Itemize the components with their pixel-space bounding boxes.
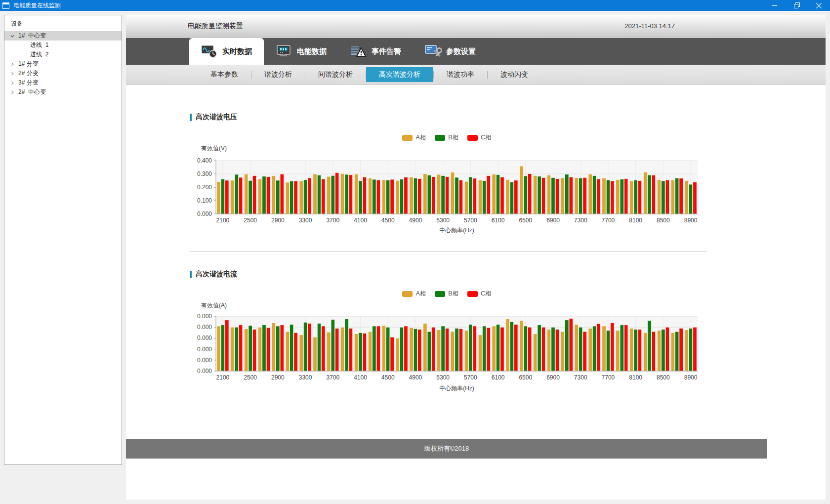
legend-swatch [435,291,445,297]
tree-item[interactable]: 1# 中心变 [4,31,122,41]
chevron-right-icon[interactable] [9,90,15,95]
svg-text:7700: 7700 [602,374,615,381]
legend-swatch [467,135,478,141]
chevron-right-icon[interactable] [9,71,15,76]
sub-tab-波动闪变[interactable]: 波动闪变 [488,67,541,82]
legend-item: B相 [435,133,458,142]
tree-child-item[interactable]: 进线 2 [4,50,122,59]
svg-text:5700: 5700 [464,217,477,224]
svg-text:8900: 8900 [684,217,698,224]
svg-text:4900: 4900 [409,217,422,224]
svg-text:8900: 8900 [684,374,698,381]
svg-text:6100: 6100 [492,217,505,224]
datetime-label: 2021-11-03 14:17 [624,22,675,30]
energy-data-icon [276,44,292,58]
tree-item[interactable]: 3# 分变 [4,78,122,87]
legend-label: C相 [481,133,492,142]
sub-tab-基本参数[interactable]: 基本参数 [198,67,251,82]
legend-label: A相 [415,133,426,142]
svg-text:6100: 6100 [492,374,505,381]
svg-text:3700: 3700 [326,217,339,224]
device-tree-panel: 设备 1# 中心变进线 1进线 21# 分变2# 分变3# 分变2# 中心变 [4,15,122,465]
chevron-right-icon[interactable] [9,62,15,67]
tree-item[interactable]: 2# 中心变 [4,87,122,97]
main-tab-label: 事件告警 [372,47,401,56]
sub-tab-谐波分析[interactable]: 谐波分析 [251,67,305,82]
window-titlebar: 电能质量在线监测 [0,0,830,11]
minimize-button[interactable] [763,0,786,11]
chevron-down-icon[interactable] [9,34,15,39]
svg-text:4500: 4500 [381,374,395,381]
svg-text:2900: 2900 [271,374,285,381]
svg-text:6900: 6900 [546,217,560,224]
close-button[interactable] [808,0,830,11]
svg-text:5300: 5300 [436,374,450,381]
svg-text:5700: 5700 [464,374,477,381]
legend-label: B相 [448,290,458,298]
tree-item-label: 2# 中心变 [18,88,46,96]
realtime-data-icon [201,44,218,58]
sub-tab-谐波功率[interactable]: 谐波功率 [434,67,487,82]
tree-item[interactable]: 2# 分变 [4,69,122,78]
main-tab-label: 参数设置 [446,47,476,56]
main-tab-事件告警[interactable]: 事件告警 [338,38,413,65]
device-name-title: 电能质量监测装置 [188,22,243,31]
svg-text:0.000: 0.000 [197,210,212,217]
current-y-axis-title: 有效值(A) [201,301,227,310]
tree-child-item[interactable]: 进线 1 [4,41,122,50]
main-tab-label: 电能数据 [297,47,327,56]
svg-text:4100: 4100 [354,374,367,381]
svg-text:8100: 8100 [629,217,642,224]
tree-item[interactable]: 1# 分变 [4,59,122,69]
legend-label: B相 [448,133,458,142]
sub-tab-高次谐波分析[interactable]: 高次谐波分析 [366,67,433,82]
svg-text:0.000: 0.000 [197,368,212,375]
footer-bar: 版权所有©2018 [126,439,767,459]
section-marker-icon [190,114,192,121]
svg-text:2500: 2500 [244,217,257,224]
svg-text:7700: 7700 [602,217,615,224]
main-area: 电能质量监测装置 2021-11-03 14:17 实时数据电能数据事件告警参数… [126,15,826,500]
content-header: 电能质量监测装置 2021-11-03 14:17 [126,15,826,38]
svg-text:3300: 3300 [299,374,312,381]
svg-text:5300: 5300 [436,217,450,224]
main-tab-参数设置[interactable]: 参数设置 [413,38,488,65]
legend-swatch [402,135,413,141]
copyright-text: 版权所有©2018 [424,444,469,453]
main-tab-实时数据[interactable]: 实时数据 [189,38,264,65]
voltage-y-axis-title: 有效值(V) [201,144,227,153]
voltage-x-axis-title: 中心频率(Hz) [216,226,698,235]
main-tabbar: 实时数据电能数据事件告警参数设置 [126,38,826,65]
param-settings-icon [425,44,442,58]
main-tab-电能数据[interactable]: 电能数据 [264,38,338,65]
section-marker-icon [190,271,192,278]
svg-text:6500: 6500 [519,374,532,381]
app-window-icon [2,2,10,9]
svg-text:0.000: 0.000 [197,313,212,320]
device-tree: 1# 中心变进线 1进线 21# 分变2# 分变3# 分变2# 中心变 [4,31,122,97]
svg-text:0.400: 0.400 [197,157,212,164]
svg-text:0.100: 0.100 [197,197,212,204]
current-x-axis-title: 中心频率(Hz) [216,384,698,393]
legend-label: A相 [415,290,426,298]
legend-item: C相 [467,290,492,298]
section-divider [190,251,706,252]
svg-text:0.000: 0.000 [197,346,212,353]
chevron-right-icon[interactable] [9,81,15,85]
svg-text:2500: 2500 [244,374,257,381]
svg-text:7300: 7300 [574,374,587,381]
legend-item: A相 [402,133,426,142]
legend-swatch [435,135,445,141]
legend-label: C相 [481,290,492,298]
tree-item-label: 1# 分变 [18,60,39,68]
svg-text:0.000: 0.000 [197,324,212,331]
tree-item-label: 2# 分变 [18,69,39,78]
svg-text:8500: 8500 [657,374,670,381]
restore-button[interactable] [786,0,808,11]
main-tab-label: 实时数据 [222,47,252,56]
svg-text:4900: 4900 [409,374,422,381]
event-alarm-icon [350,44,367,58]
sub-tab-间谐波分析[interactable]: 间谐波分析 [305,67,366,82]
svg-text:0.300: 0.300 [197,170,212,177]
device-tree-title: 设备 [4,15,122,31]
